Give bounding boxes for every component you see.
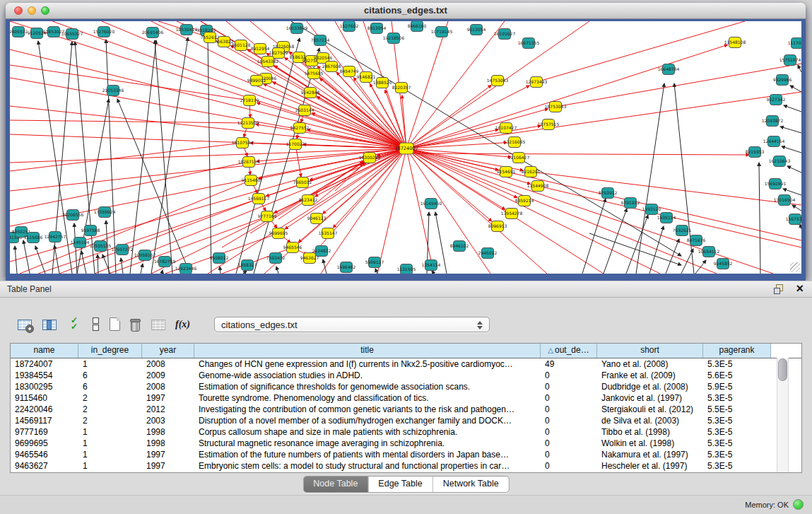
resize-grip[interactable] (790, 262, 800, 272)
table-panel-titlebar: Table Panel (0, 281, 812, 298)
graph-edge (666, 239, 679, 274)
graph-node-label: 2124832 (312, 248, 331, 253)
cell-pagerank: 5.3E-5 (703, 460, 771, 472)
graph-node-label: 13954278 (501, 211, 523, 216)
column-header-label: title (360, 345, 374, 355)
graph-node-label: 8946102 (450, 243, 469, 248)
cell-title: Estimation of significance thresholds fo… (194, 381, 541, 392)
graph-edge (406, 148, 773, 274)
graph-node-label: 12213509 (237, 120, 259, 125)
cell-pagerank: 5.9E-5 (703, 381, 771, 392)
tab-edge-table[interactable]: Edge Table (367, 477, 432, 492)
graph-node-label: 1593120 (642, 206, 661, 211)
column-icon[interactable] (42, 317, 57, 332)
graph-edge (412, 153, 749, 155)
table-row[interactable]: 946554611997Estimation of the future num… (11, 449, 801, 460)
graph-node-label: 9115460 (242, 177, 261, 182)
table-row[interactable]: 1456911722003Disruption of a novel membe… (11, 415, 801, 426)
delete-table-icon[interactable] (129, 317, 141, 332)
column-header-label: out_de… (555, 345, 589, 355)
cell-in_degree: 2 (78, 404, 142, 415)
graph-edge (406, 21, 505, 148)
cell-name: 14569117 (11, 415, 78, 426)
graph-node-label: 1696462 (337, 264, 356, 269)
column-header-short[interactable]: short (597, 344, 703, 358)
column-header-title[interactable]: title (194, 344, 541, 358)
function-builder-icon[interactable]: f(x) (175, 317, 194, 332)
graph-edge (783, 189, 801, 195)
cell-out_de: 0 (541, 438, 597, 449)
row-icon[interactable] (91, 317, 100, 332)
import-table-icon[interactable] (151, 317, 166, 332)
table-row[interactable]: 1938455462009Genome-wide association stu… (11, 370, 801, 381)
cell-out_de: 0 (541, 449, 597, 460)
graph-edge (406, 86, 491, 148)
graph-node-label: 16543382 (257, 59, 279, 64)
cell-in_degree: 1 (78, 460, 142, 472)
cell-title: Estimation of the future numbers of pati… (194, 449, 541, 460)
cell-in_degree: 6 (78, 381, 142, 392)
graph-node-label: 18267154 (238, 159, 260, 164)
table-row[interactable]: 977716911998Corpus callosum shape and si… (11, 426, 801, 438)
cell-title: Changes of HCN gene expression and I(f) … (194, 358, 541, 370)
graph-edge (10, 78, 406, 148)
graph-node-label: 2945012 (478, 250, 498, 255)
cell-title: Tourette syndrome. Phenomenology and cla… (194, 392, 541, 404)
graph-node-label: 8096913 (488, 223, 507, 228)
graph-node-label: 5909127 (365, 259, 384, 264)
graph-edge (406, 109, 548, 148)
cell-short: Franke et al. (2009) (597, 370, 703, 381)
select-mode-icon[interactable] (66, 317, 82, 332)
graph-node-label: 8427552 (290, 125, 310, 130)
tab-network-table[interactable]: Network Table (433, 477, 509, 492)
graph-node-label: 10654112 (698, 249, 720, 254)
column-header-out_de[interactable]: △out_de… (541, 344, 597, 358)
table-row[interactable]: 1830029562008Estimation of significance … (11, 381, 801, 392)
column-header-name[interactable]: name (11, 344, 78, 358)
graph-node-label: 8813054 (367, 25, 387, 30)
network-canvas[interactable]: 2405572912053411853027106553271527602020… (10, 21, 801, 274)
memory-ok-indicator-icon (793, 499, 804, 510)
cell-pagerank: 5.3E-5 (703, 392, 771, 404)
cell-in_degree: 6 (78, 370, 142, 381)
cell-year: 1998 (142, 438, 194, 449)
graph-node-label: 8601128 (232, 42, 251, 47)
network-view-window[interactable]: citations_edges.txt 24055729120534118530… (6, 3, 806, 278)
cell-pagerank: 5.6E-5 (703, 370, 771, 381)
graph-node-label: 9154691 (497, 169, 516, 174)
graph-edge (406, 148, 717, 274)
graph-node-label: 5475685 (305, 71, 324, 76)
vertical-scrollbar[interactable] (777, 358, 789, 472)
graph-node-label: 9242848 (301, 90, 320, 95)
graph-node-label: 9197588 (81, 228, 100, 233)
table-row[interactable]: 2242004622012Investigating the contribut… (11, 404, 801, 415)
sort-ascending-icon: △ (548, 346, 553, 354)
cell-name: 22420046 (11, 404, 78, 415)
new-table-icon[interactable] (109, 317, 120, 332)
cell-year: 2008 (142, 358, 194, 370)
graph-edge (10, 148, 406, 191)
close-panel-icon[interactable] (796, 281, 804, 296)
float-panel-icon[interactable] (774, 284, 784, 294)
graph-edge (800, 224, 801, 229)
scrollbar-thumb[interactable] (778, 358, 787, 381)
table-row[interactable]: 911546021997Tourette syndrome. Phenomeno… (11, 392, 801, 404)
table-row[interactable]: 946362711997Embryonic stem cells: a mode… (11, 460, 801, 472)
column-header-year[interactable]: year (142, 344, 194, 358)
tab-node-table[interactable]: Node Table (303, 477, 367, 492)
graph-node-label: 15751074 (779, 57, 801, 62)
column-header-pagerank[interactable]: pagerank (703, 344, 771, 358)
graph-node-label: 12093872 (762, 118, 784, 123)
table-row[interactable]: 1872400712008Changes of HCN gene express… (11, 358, 801, 370)
cell-in_degree: 1 (78, 449, 142, 460)
graph-node-label: 14569117 (248, 196, 270, 201)
table-row[interactable]: 969969511998Structural magnetic resonanc… (11, 438, 801, 449)
cell-out_de: 0 (541, 404, 597, 415)
table-settings-icon[interactable] (17, 317, 33, 332)
window-titlebar[interactable]: citations_edges.txt (6, 3, 806, 19)
desktop-background: citations_edges.txt 24055729120534118530… (0, 0, 812, 514)
table-selector-dropdown[interactable]: citations_edges.txt (214, 317, 490, 332)
cell-name: 19384554 (11, 370, 78, 381)
graph-edge (780, 127, 801, 133)
column-header-in_degree[interactable]: in_degree (78, 344, 142, 358)
